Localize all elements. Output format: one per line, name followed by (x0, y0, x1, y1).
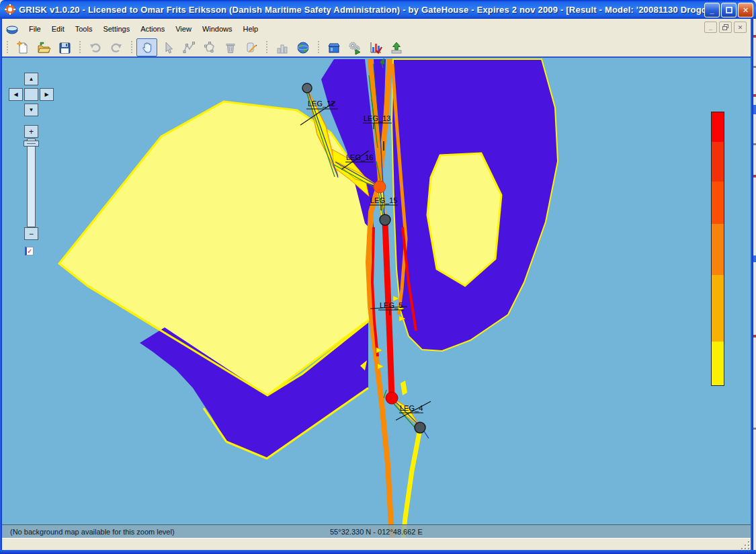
maximize-icon (726, 7, 732, 13)
undo-icon (88, 40, 103, 55)
open-folder-button[interactable] (33, 38, 54, 56)
select-arrow-icon (161, 40, 175, 55)
globe-icon (296, 40, 310, 55)
result-chart-button[interactable] (365, 38, 386, 56)
delete-tool-button[interactable] (220, 38, 241, 56)
result-chart-icon (368, 40, 383, 55)
legend-segment (712, 182, 724, 224)
mdi-restore-button[interactable] (719, 22, 732, 33)
snap-edit-icon (244, 40, 259, 55)
legend-segment (712, 342, 724, 385)
restore-icon (722, 24, 728, 30)
zoom-in-button[interactable]: + (24, 125, 38, 138)
menu-item-file[interactable]: File (24, 22, 46, 36)
new-document-button[interactable] (12, 38, 33, 56)
pan-hand-icon (140, 40, 155, 55)
mdi-close-button[interactable]: ✕ (734, 22, 747, 33)
run-model-button[interactable] (344, 38, 365, 56)
leg-label: LEG_13 (364, 114, 390, 122)
zoom-slider-handle[interactable] (24, 141, 39, 147)
zoom-out-button[interactable]: − (24, 227, 38, 240)
pan-right-button[interactable]: ▶ (40, 88, 54, 101)
menu-item-actions[interactable]: Actions (135, 22, 170, 36)
save-button[interactable] (54, 38, 75, 56)
legend-segment (712, 224, 724, 275)
map-status-overlay: (No background map available for this zo… (2, 524, 751, 539)
background-map-message: (No background map available for this zo… (10, 528, 175, 536)
container-button[interactable] (323, 38, 344, 56)
toolbar-grip[interactable] (6, 41, 9, 54)
grisk-application-window: GRISK v1.0.20 - Licensed to Omar Frits E… (0, 0, 756, 554)
menu-item-settings[interactable]: Settings (97, 22, 135, 36)
statistics-button[interactable] (271, 38, 292, 56)
arrow-left-icon: ◀ (13, 91, 17, 97)
toolbar-grip[interactable] (265, 41, 269, 54)
snap-edit-tool-button[interactable] (241, 38, 261, 56)
cursor-coordinates: 55°32.330 N - 012°48.662 E (330, 528, 423, 536)
window-border-bottom (0, 550, 756, 554)
waypoint-orange[interactable] (374, 181, 386, 193)
window-title: GRISK v1.0.20 - Licensed to Omar Frits E… (19, 5, 720, 15)
select-tool-button[interactable] (157, 38, 178, 56)
export-up-icon (389, 40, 404, 55)
pan-left-button[interactable]: ◀ (9, 88, 23, 101)
mdi-minimize-button[interactable]: _ (704, 22, 717, 33)
menu-item-tools[interactable]: Tools (70, 22, 98, 36)
maximize-button[interactable] (721, 3, 737, 17)
toolbar-grip[interactable] (317, 41, 321, 54)
polyline-icon (181, 40, 196, 55)
globe-button[interactable] (292, 38, 313, 56)
waypoint-gray[interactable] (380, 214, 390, 225)
menu-item-edit[interactable]: Edit (46, 22, 70, 36)
legend-segment (712, 275, 724, 342)
new-document-icon (15, 40, 30, 55)
pan-up-button[interactable]: ▲ (24, 73, 38, 85)
application-status-bar (2, 538, 753, 551)
polygon-tool-button[interactable] (199, 38, 220, 56)
leg-label: LEG_15 (370, 196, 397, 204)
menu-item-help[interactable]: Help (238, 22, 264, 36)
redo-icon (109, 40, 124, 55)
trash-icon (223, 40, 238, 55)
leg-label: LEG_5 (380, 301, 403, 309)
close-button[interactable]: ✕ (738, 3, 753, 17)
toolbar-grip[interactable] (79, 41, 82, 54)
arrow-up-icon: ▲ (29, 76, 34, 82)
redo-button[interactable] (106, 38, 126, 56)
menu-bar: File Edit Tools Settings Actions View Wi… (2, 19, 753, 38)
open-folder-icon (36, 40, 51, 55)
life-ring-icon (5, 4, 15, 15)
window-border-left (0, 19, 2, 550)
arrow-right-icon: ▶ (44, 91, 48, 97)
resize-grip[interactable] (741, 541, 749, 549)
waypoint-gray[interactable] (302, 83, 312, 93)
overview-toggle-icon[interactable]: ✓ (25, 247, 34, 255)
legend-segment (712, 142, 724, 182)
waypoint-red[interactable] (386, 392, 398, 404)
menu-item-view[interactable]: View (170, 22, 197, 36)
save-icon (57, 40, 72, 55)
pan-down-button[interactable]: ▼ (24, 104, 38, 116)
title-bar[interactable]: GRISK v1.0.20 - Licensed to Omar Frits E… (0, 0, 756, 19)
plus-icon: + (29, 127, 34, 136)
export-button[interactable] (386, 38, 407, 56)
menu-item-windows[interactable]: Windows (197, 22, 238, 36)
leg-label: LEG_16 (346, 153, 373, 161)
polygon-icon (202, 40, 217, 55)
document-window-icon (6, 24, 18, 34)
toolbar-grip[interactable] (130, 41, 134, 54)
zoom-slider-track[interactable] (27, 138, 36, 227)
background-window-sliver (753, 19, 756, 550)
leg-label: LEG_4 (400, 404, 423, 412)
undo-button[interactable] (85, 38, 106, 56)
legend-segment (712, 112, 724, 142)
recenter-button[interactable] (24, 88, 38, 101)
map-canvas[interactable]: LEG_12 LEG_13 LEG_16 LEG_15 LEG_5 LEG_4 … (2, 58, 751, 538)
waypoint-gray[interactable] (415, 422, 425, 433)
minus-icon: − (29, 229, 34, 239)
pan-tool-button[interactable] (136, 38, 157, 56)
risk-map: LEG_12 LEG_13 LEG_16 LEG_15 LEG_5 LEG_4 (2, 58, 751, 538)
minimize-button[interactable]: _ (704, 3, 720, 17)
polyline-tool-button[interactable] (178, 38, 199, 56)
run-model-gears-icon (347, 40, 362, 55)
